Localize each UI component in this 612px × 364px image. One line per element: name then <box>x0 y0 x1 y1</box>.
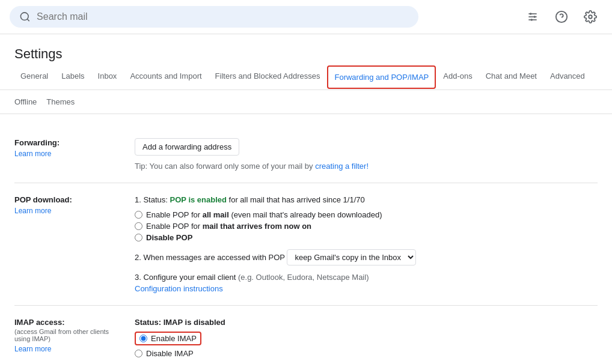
pop-label: POP download: Learn more <box>14 195 123 293</box>
sub-tab-themes[interactable]: Themes <box>46 95 75 109</box>
pop-radio-disable-input[interactable] <box>135 234 142 241</box>
sub-tab-offline[interactable]: Offline <box>14 95 37 109</box>
tab-advanced[interactable]: Advanced <box>544 64 591 89</box>
forwarding-content: Add a forwarding address Tip: You can al… <box>135 138 598 171</box>
pop-accessed-label: 2. When messages are accessed with POP k… <box>135 249 598 265</box>
pop-radio-now-input[interactable] <box>135 222 142 230</box>
pop-radio-disable[interactable]: Disable POP <box>135 233 598 242</box>
pop-radio-disable-label: Disable POP <box>146 233 192 242</box>
sliders-button[interactable] <box>521 5 545 29</box>
pop-radio-all-input[interactable] <box>135 211 142 219</box>
add-forwarding-button[interactable]: Add a forwarding address <box>135 138 239 156</box>
imap-learn-more[interactable]: Learn more <box>14 345 123 353</box>
svg-point-5 <box>530 13 531 14</box>
tab-forwarding[interactable]: Forwarding and POP/IMAP <box>327 65 436 89</box>
pop-learn-more[interactable]: Learn more <box>14 207 123 215</box>
tab-addons[interactable]: Add-ons <box>437 64 478 89</box>
sliders-icon <box>527 11 539 23</box>
imap-content: Status: IMAP is disabled Enable IMAP Dis… <box>135 318 598 364</box>
pop-radio-all-label: Enable POP for all mail (even mail that'… <box>146 210 382 219</box>
settings-content: Forwarding: Learn more Add a forwarding … <box>0 114 612 364</box>
imap-enable-radio[interactable] <box>139 335 147 342</box>
imap-disable-radio[interactable] <box>135 350 142 357</box>
forwarding-label: Forwarding: Learn more <box>14 138 123 171</box>
imap-enable-row[interactable]: Enable IMAP <box>135 332 598 345</box>
configure-text: 3. Configure your email client (e.g. Out… <box>135 273 598 282</box>
imap-section: IMAP access: (access Gmail from other cl… <box>14 306 598 364</box>
pop-section: POP download: Learn more 1. Status: POP … <box>14 183 598 306</box>
forwarding-section: Forwarding: Learn more Add a forwarding … <box>14 126 598 183</box>
pop-radio-now-label: Enable POP for mail that arrives from no… <box>146 222 311 231</box>
pop-copy-dropdown[interactable]: keep Gmail's copy in the Inbox mark Gmai… <box>287 249 416 265</box>
tab-labels[interactable]: Labels <box>55 64 90 89</box>
header <box>0 0 612 34</box>
create-filter-link[interactable]: creating a filter! <box>315 162 369 171</box>
tabs-bar: General Labels Inbox Accounts and Import… <box>0 64 612 90</box>
svg-point-10 <box>589 15 592 19</box>
imap-status: Status: IMAP is disabled <box>135 318 598 327</box>
tab-filters[interactable]: Filters and Blocked Addresses <box>209 64 326 89</box>
svg-point-0 <box>20 13 28 20</box>
enable-imap-highlighted: Enable IMAP <box>135 332 201 345</box>
svg-point-7 <box>531 19 533 20</box>
help-button[interactable] <box>549 5 574 29</box>
tab-accounts[interactable]: Accounts and Import <box>124 64 207 89</box>
search-bar[interactable] <box>10 6 418 28</box>
page-title: Settings <box>0 34 612 62</box>
forwarding-tip: Tip: You can also forward only some of y… <box>135 162 598 171</box>
imap-label: IMAP access: (access Gmail from other cl… <box>14 318 123 364</box>
imap-disable-row[interactable]: Disable IMAP <box>135 349 598 358</box>
pop-content: 1. Status: POP is enabled for all mail t… <box>135 195 598 293</box>
imap-disable-label: Disable IMAP <box>146 349 194 358</box>
svg-point-6 <box>534 16 536 17</box>
search-icon <box>19 11 31 23</box>
gear-icon <box>584 10 597 23</box>
settings-button[interactable] <box>578 5 602 29</box>
imap-enable-label: Enable IMAP <box>151 334 197 343</box>
tab-general[interactable]: General <box>14 64 54 89</box>
tab-chat[interactable]: Chat and Meet <box>480 64 543 89</box>
svg-line-1 <box>27 19 29 21</box>
tab-inbox[interactable]: Inbox <box>92 64 123 89</box>
sub-tabs-bar: Offline Themes <box>0 90 612 114</box>
search-input[interactable] <box>37 11 409 22</box>
pop-radio-all[interactable]: Enable POP for all mail (even mail that'… <box>135 210 598 219</box>
header-icons <box>521 5 602 29</box>
help-icon <box>555 10 568 23</box>
pop-radio-now[interactable]: Enable POP for mail that arrives from no… <box>135 222 598 231</box>
config-instructions-link[interactable]: Configuration instructions <box>135 284 223 293</box>
pop-status: 1. Status: POP is enabled for all mail t… <box>135 195 598 204</box>
forwarding-learn-more[interactable]: Learn more <box>14 150 123 158</box>
